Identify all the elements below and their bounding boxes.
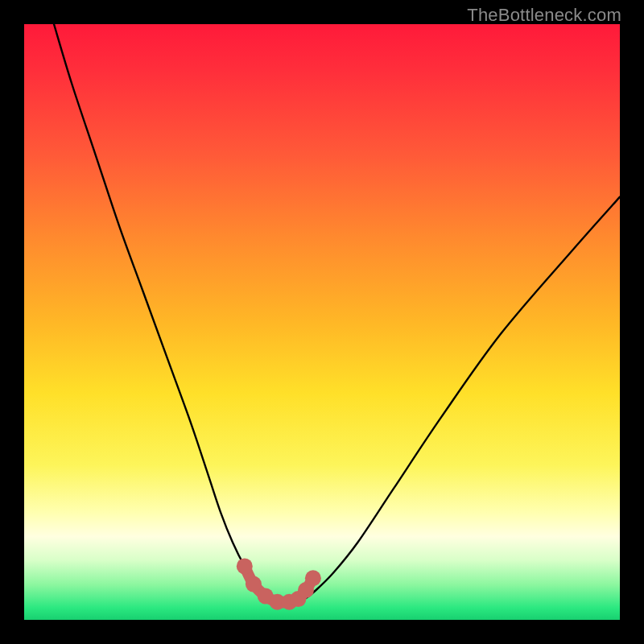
- attribution-text: TheBottleneck.com: [467, 5, 621, 26]
- trough-marker-dot: [305, 570, 321, 586]
- trough-marker-dot: [237, 558, 253, 574]
- chart-frame: TheBottleneck.com: [0, 0, 644, 644]
- plot-area: [24, 24, 620, 620]
- chart-svg: [24, 24, 620, 620]
- bottleneck-curve: [54, 24, 620, 603]
- trough-marker-dot: [246, 576, 262, 592]
- trough-marker-dots: [237, 558, 321, 609]
